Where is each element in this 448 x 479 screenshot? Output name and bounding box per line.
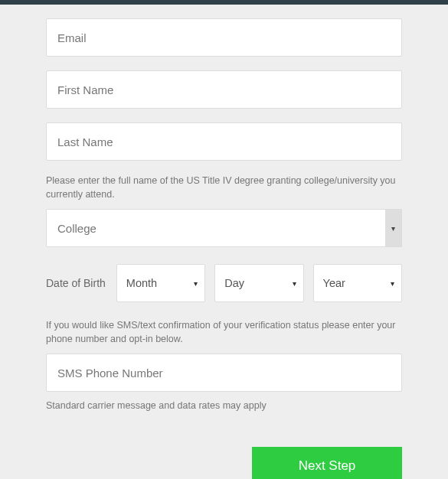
email-field[interactable] [46, 18, 402, 57]
dob-month-wrap: Month ▾ [116, 264, 205, 302]
dob-row: Date of Birth Month ▾ Day ▾ Year ▾ [46, 264, 402, 302]
dob-month-select[interactable]: Month [116, 264, 205, 302]
college-select[interactable]: College [46, 209, 402, 247]
form-container: Please enter the full name of the US Tit… [0, 5, 448, 479]
dob-year-wrap: Year ▾ [313, 264, 402, 302]
sms-disclaimer-text: Standard carrier message and data rates … [46, 399, 402, 413]
next-step-button[interactable]: Next Step [252, 447, 402, 480]
last-name-field[interactable] [46, 122, 402, 161]
sms-phone-field[interactable] [46, 354, 402, 392]
dob-day-wrap: Day ▾ [214, 264, 303, 302]
sms-helper-text: If you would like SMS/text confirmation … [46, 319, 402, 346]
dob-label: Date of Birth [46, 277, 106, 289]
college-helper-text: Please enter the full name of the US Tit… [46, 174, 402, 201]
dob-day-select[interactable]: Day [214, 264, 303, 302]
college-select-wrap: College ▾ [46, 209, 402, 247]
dob-year-select[interactable]: Year [313, 264, 402, 302]
first-name-field[interactable] [46, 70, 402, 109]
button-row: Next Step [46, 447, 402, 480]
